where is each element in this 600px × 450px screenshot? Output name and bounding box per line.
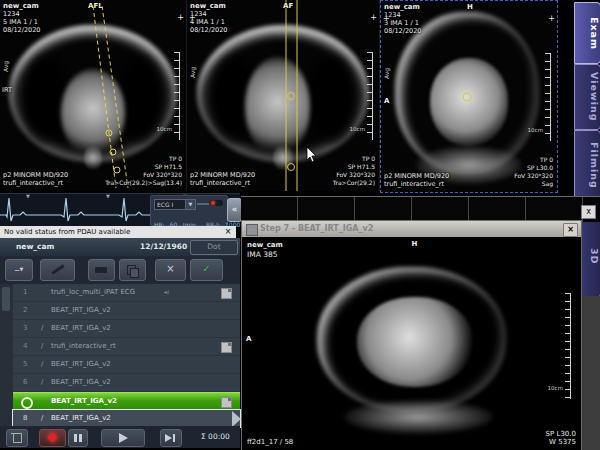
check-icon: ✓: [191, 260, 222, 278]
play-icon: [119, 433, 128, 443]
transport-bar: Σ 00:00: [0, 426, 240, 448]
pause-button[interactable]: [68, 429, 88, 447]
plus-marker-icon: +: [177, 14, 184, 22]
orientation-label-top: AF: [283, 2, 293, 10]
trash-icon: [13, 434, 22, 443]
edit-icon: /: [41, 320, 43, 337]
queue-row-4[interactable]: 4 / trufi_interactive_rt: [13, 338, 240, 356]
window-title: Step 7 - BEAT_IRT_IGA_v2: [242, 224, 373, 233]
orientation-label-top: H: [412, 240, 418, 248]
orientation-label-left: A: [384, 97, 389, 105]
scale-label: 10cm: [528, 127, 543, 133]
tab-viewing[interactable]: Viewing: [574, 64, 600, 130]
scale-ruler: [565, 293, 571, 399]
avg-label: Avg: [2, 61, 10, 72]
edit-icon: /: [41, 410, 43, 427]
scale-label: 10cm: [157, 126, 172, 132]
selected-row-arrow-icon: [232, 411, 241, 427]
tab-filming[interactable]: Filming: [574, 130, 600, 200]
copy-icon-back: [130, 268, 139, 278]
plus-marker-icon: +: [370, 14, 377, 22]
skip-end-bar: [173, 434, 175, 442]
close-icon[interactable]: ×: [223, 227, 233, 237]
collapse-button[interactable]: «: [227, 198, 242, 222]
image-text-bottomright: TP 0 SP H71.5 FoV 320*320 Tra>Cor(29.2)>…: [105, 155, 182, 187]
close-x-icon: ×: [156, 260, 185, 278]
chevron-down-icon[interactable]: ▼: [185, 199, 196, 210]
printer-icon: [95, 267, 107, 273]
scale-ruler: [367, 52, 373, 140]
recycle-bin-button[interactable]: [6, 429, 28, 447]
window-titlebar[interactable]: Step 7 - BEAT_IRT_IGA_v2 ×: [242, 221, 581, 237]
realtime-image-viewport[interactable]: new_cam IMA 385 H A 10cm ff2d1_17 / 58 S…: [242, 237, 581, 450]
sheet-icon: [221, 342, 232, 353]
right-gray-panel: [580, 296, 600, 450]
edit-icon: /: [41, 356, 43, 373]
record-button[interactable]: [39, 429, 66, 447]
skip-end-button[interactable]: [160, 429, 182, 447]
exam-toolbar: –▼ × ✓: [0, 256, 240, 284]
background-table-strip: [241, 196, 600, 222]
trash-lid-icon: [11, 433, 22, 434]
window-close-button[interactable]: ×: [563, 223, 578, 237]
queue-row-3[interactable]: 3 / BEAT_IRT_IGA_v2: [13, 320, 240, 338]
pause-icon: [74, 434, 77, 442]
confirm-button[interactable]: ✓: [190, 259, 223, 281]
queue-row-5[interactable]: 5 / BEAT_IRT_IGA_v2: [13, 356, 240, 374]
image-text-topleft: new_cam IMA 385: [247, 240, 283, 260]
protocol-queue: 1 trufi_loc_multi_iPAT ECG ◄) 2 BEAT_IRT…: [0, 284, 240, 426]
image-viewport-2[interactable]: new_cam 1234 4 IMA 1 / 1 08/12/2020 AF +…: [187, 0, 380, 191]
sheet-icon: [221, 397, 232, 408]
edit-icon: /: [41, 338, 43, 355]
mouse-cursor-icon: [306, 146, 318, 164]
strip-close-button[interactable]: x: [581, 205, 596, 219]
patient-name: new_cam: [16, 242, 54, 251]
queue-row-8-selected[interactable]: 8 / BEAT_IRT_IGA_v2: [13, 410, 240, 427]
ecg-waveform: [0, 194, 150, 227]
image-viewport-3-selected[interactable]: new_cam 1234 3 IMA 1 / 1 08/12/2020 H + …: [380, 0, 558, 193]
image-text-bottomright: TP 0 SP L30.0 FoV 320*320 Sag: [514, 156, 553, 188]
scale-label: 10cm: [548, 385, 563, 391]
image-viewport-1[interactable]: new_cam 1234 5 IMA 1 / 1 08/12/2020 AFL …: [0, 0, 187, 191]
image-text-bottomright: SP L30.0 W 5375: [546, 430, 576, 446]
scale-label: 10cm: [350, 126, 365, 132]
gating-marker-icon: ▼: [26, 193, 30, 199]
skip-end-icon: [165, 434, 172, 442]
orientation-label-top: AFL: [88, 2, 103, 10]
tab-exam[interactable]: Exam: [574, 2, 600, 64]
plus-marker-icon: +: [548, 15, 555, 23]
syringe-icon: [51, 264, 64, 274]
delete-button[interactable]: ×: [155, 259, 186, 281]
window-icon: [246, 224, 258, 236]
queue-row-6[interactable]: 6 / BEAT_IRT_IGA_v2: [13, 374, 240, 392]
sheet-icon: [221, 288, 232, 299]
status-bar: No valid status from PDAU available ×: [0, 226, 236, 238]
injector-button[interactable]: [40, 259, 75, 281]
image-text-bottomleft: p2 MINORM MD/920 trufi_interactive_rt: [190, 171, 255, 187]
application-window: new_cam 1234 5 IMA 1 / 1 08/12/2020 AFL …: [0, 0, 600, 450]
scale-ruler: [545, 53, 551, 141]
dot-button[interactable]: Dot: [190, 240, 238, 255]
ecg-status-led: [209, 200, 223, 206]
queue-scrollbar[interactable]: [0, 284, 13, 426]
red-led-icon: [211, 201, 215, 205]
record-icon: [48, 433, 58, 443]
queue-row-1[interactable]: 1 trufi_loc_multi_iPAT ECG ◄): [13, 284, 240, 302]
image-text-topleft: new_cam 1234 5 IMA 1 / 1 08/12/2020: [3, 2, 40, 34]
status-text: No valid status from PDAU available: [0, 228, 130, 236]
copy-button[interactable]: [119, 259, 146, 281]
image-text-bottomright: TP 0 SP H71.5 FoV 320*320 Tra>Cor(29.2): [333, 155, 375, 187]
print-button[interactable]: [88, 259, 115, 281]
avg-label: Avg: [189, 67, 197, 78]
scale-ruler: [174, 52, 180, 140]
queue-row-2[interactable]: 2 BEAT_IRT_IGA_v2: [13, 302, 240, 320]
list-options-button[interactable]: –▼: [5, 259, 33, 281]
play-button[interactable]: [101, 429, 145, 447]
ecg-lead-select[interactable]: ECG I: [154, 199, 188, 210]
image-text-bottomleft: p2 MINORM MD/920 trufi_interactive_rt: [3, 171, 68, 187]
acquisition-timer: Σ 00:00: [201, 432, 230, 441]
avg-label: Avg: [383, 68, 391, 79]
inline-display-window: Step 7 - BEAT_IRT_IGA_v2 × new_cam IMA 3…: [241, 220, 582, 450]
mri-image-realtime: [242, 237, 581, 450]
queue-row-7-running[interactable]: BEAT_IRT_IGA_v2: [13, 392, 240, 411]
